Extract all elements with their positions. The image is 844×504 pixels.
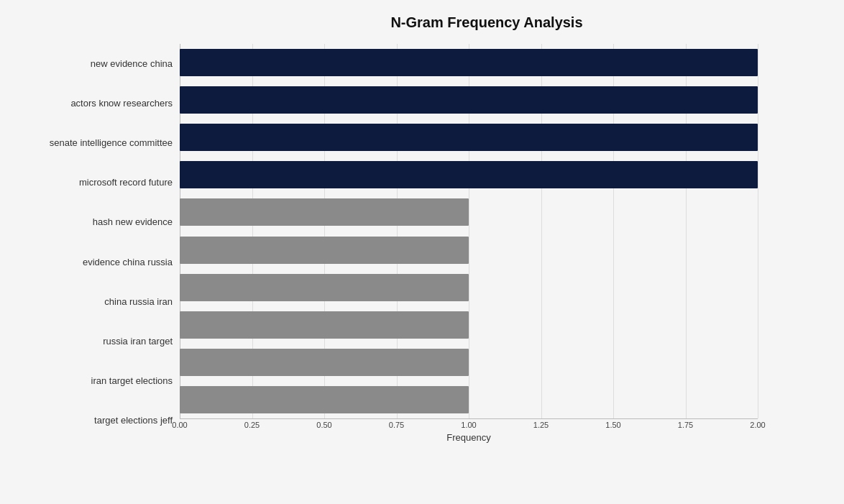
bar-4 xyxy=(180,198,469,226)
bar-row xyxy=(180,231,758,268)
bar-1 xyxy=(180,86,758,114)
bar-7 xyxy=(180,311,469,339)
bar-row xyxy=(180,119,758,156)
x-axis-label-1: 0.25 xyxy=(244,421,260,429)
bar-9 xyxy=(180,386,469,413)
y-label: hash new evidence xyxy=(14,202,180,242)
bar-2 xyxy=(180,124,758,151)
x-axis-label-5: 1.25 xyxy=(533,421,549,429)
bar-row xyxy=(180,193,758,231)
bar-row xyxy=(180,156,758,193)
bar-0 xyxy=(180,49,758,76)
y-labels: new evidence chinaactors know researcher… xyxy=(14,44,180,440)
chart-container: N-Gram Frequency Analysis new evidence c… xyxy=(0,0,844,504)
bar-8 xyxy=(180,349,469,376)
x-axis-label-8: 2.00 xyxy=(750,421,765,429)
bars-container xyxy=(180,44,758,418)
x-axis-label-3: 0.75 xyxy=(389,421,404,429)
bar-row xyxy=(180,44,758,81)
y-label: new evidence china xyxy=(14,44,180,83)
x-axis-title: Frequency xyxy=(180,432,758,443)
bar-row xyxy=(180,381,758,418)
bars-and-grid: 0.000.250.500.751.001.251.501.752.00 Fre… xyxy=(180,44,758,440)
bar-3 xyxy=(180,161,758,188)
x-axis-label-6: 1.50 xyxy=(605,421,620,429)
x-axis: 0.000.250.500.751.001.251.501.752.00 Fre… xyxy=(180,418,758,440)
y-label: evidence china russia xyxy=(14,242,180,281)
bar-row xyxy=(180,81,758,119)
bar-6 xyxy=(180,274,469,301)
y-label: actors know researchers xyxy=(14,83,180,123)
y-label: senate intelligence committee xyxy=(14,123,180,162)
x-axis-label-4: 1.00 xyxy=(461,421,476,429)
y-label: target elections jeff xyxy=(14,400,180,440)
x-axis-label-0: 0.00 xyxy=(172,421,187,429)
bar-row xyxy=(180,269,758,306)
chart-title: N-Gram Frequency Analysis xyxy=(14,14,801,31)
y-label: china russia iran xyxy=(14,282,180,321)
y-label: iran target elections xyxy=(14,361,180,400)
x-axis-line xyxy=(180,418,758,419)
x-axis-label-7: 1.75 xyxy=(678,421,693,429)
y-label: microsoft record future xyxy=(14,162,180,202)
bar-row xyxy=(180,344,758,381)
y-label: russia iran target xyxy=(14,321,180,361)
x-axis-label-2: 0.50 xyxy=(316,421,331,429)
bar-5 xyxy=(180,237,469,264)
grid-line xyxy=(758,44,758,418)
x-axis-labels: 0.000.250.500.751.001.251.501.752.00 xyxy=(180,421,758,431)
bar-row xyxy=(180,306,758,344)
right-padding xyxy=(758,44,801,440)
